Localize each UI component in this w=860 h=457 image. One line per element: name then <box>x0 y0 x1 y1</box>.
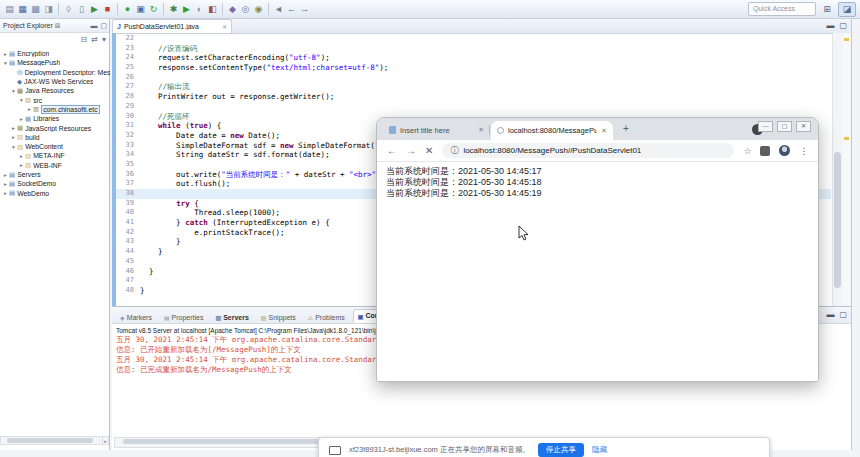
save-all-icon[interactable]: ▩ <box>29 3 42 16</box>
print-icon[interactable]: ◨ <box>42 3 55 16</box>
open-perspective-icon[interactable]: ⊞ <box>818 2 836 17</box>
project-explorer-hscrollbar[interactable] <box>0 436 103 445</box>
stop-sharing-button[interactable]: 停止共享 <box>538 443 584 457</box>
new-java-project-icon[interactable]: ◆ <box>226 3 239 16</box>
tree-item-com-chinasofti-etc[interactable]: ▸▥com.chinasofti.etc <box>0 105 110 114</box>
browser-menu-icon[interactable]: ⋮ <box>799 146 808 156</box>
view-close-icon[interactable]: ⊠ <box>55 22 61 29</box>
minimize-view-icon[interactable]: ▬ <box>90 22 97 30</box>
debug-icon[interactable]: ✱ <box>167 3 180 16</box>
address-bar[interactable]: ⓘ localhost:8080/MessagePush//PushDataSe… <box>442 143 734 158</box>
tree-item-webcontent[interactable]: ▾▨WebContent <box>0 142 110 151</box>
occurrence-marker[interactable] <box>844 137 849 140</box>
minimize-window-icon[interactable]: — <box>758 121 773 132</box>
tree-item-messagepush[interactable]: ▾▤MessagePush <box>0 58 110 67</box>
expander-icon[interactable]: ▾ <box>10 88 17 94</box>
expander-icon[interactable]: ▾ <box>2 60 9 66</box>
link-with-editor-icon[interactable]: ⇄ <box>91 35 98 44</box>
back-icon[interactable]: ← <box>285 3 298 16</box>
browser-tab-inactive[interactable]: Insert title here ✕ <box>385 122 488 138</box>
tab-close-icon[interactable]: ✕ <box>478 126 484 134</box>
console-view-tab-problems[interactable]: ⚠Problems <box>304 312 350 323</box>
scrollbar-right-arrow-icon[interactable]: ▸ <box>102 436 109 445</box>
stop-server-icon[interactable]: ▣ <box>134 3 147 16</box>
expander-icon[interactable]: ▸ <box>2 190 9 196</box>
stop-loading-icon[interactable]: ✕ <box>425 145 433 157</box>
site-info-icon[interactable]: ⓘ <box>450 145 458 156</box>
back-icon[interactable]: ← <box>387 145 397 157</box>
coverage-icon[interactable]: ◧ <box>206 3 219 16</box>
browser-tab-active[interactable]: localhost:8080/MessagePush ✕ <box>491 121 613 140</box>
tree-item-build[interactable]: ▸▨build <box>0 133 110 142</box>
expander-icon[interactable]: ▾ <box>10 144 17 150</box>
expander-icon[interactable]: ▸ <box>2 51 9 57</box>
expander-icon[interactable]: ▸ <box>2 172 9 178</box>
scroll-thumb[interactable] <box>834 152 841 288</box>
close-window-icon[interactable]: ✕ <box>796 121 811 132</box>
profile-icon[interactable]: ◐ <box>193 3 206 16</box>
tree-item-src[interactable]: ▾▨src <box>0 95 110 104</box>
collapse-all-icon[interactable]: ⊟ <box>81 35 88 44</box>
expander-icon[interactable]: ▸ <box>10 125 17 131</box>
occurrence-marker[interactable] <box>844 38 849 41</box>
expander-icon[interactable]: ▸ <box>26 106 33 112</box>
forward-icon[interactable]: → <box>298 3 311 16</box>
last-edit-location-icon[interactable]: ◄ <box>272 3 285 16</box>
tree-item-web-inf[interactable]: ▸▨WEB-INF <box>0 161 110 170</box>
maximize-editor-icon[interactable]: ▢ <box>839 21 847 31</box>
editor-vscrollbar[interactable] <box>832 33 843 306</box>
suspend-icon[interactable]: ▯ <box>75 3 88 16</box>
new-tab-button[interactable]: + <box>620 123 632 135</box>
tab-close-icon[interactable]: ✕ <box>222 23 227 30</box>
restart-server-icon[interactable]: ↻ <box>147 3 160 16</box>
console-view-tab-servers[interactable]: ▥Servers <box>211 312 253 323</box>
expander-icon[interactable]: ▸ <box>18 116 25 122</box>
tree-item-encryption[interactable]: ▸▤Encryption <box>0 49 110 58</box>
tree-item-jax-ws-web-services[interactable]: ◆JAX-WS Web Services <box>0 77 110 86</box>
tree-item-socketdemo[interactable]: ▸▤SocketDemo <box>0 179 110 188</box>
skip-breakpoints-icon[interactable]: ◊ <box>62 3 75 16</box>
maximize-window-icon[interactable]: ▢ <box>777 121 792 132</box>
expander-icon[interactable]: ▸ <box>18 162 25 168</box>
view-menu-icon[interactable]: ▾ <box>102 35 106 44</box>
minimize-console-icon[interactable]: ▬ <box>826 310 834 320</box>
code-text: response.setContentType("text/html;chars… <box>140 63 388 73</box>
java-ee-perspective-icon[interactable]: ◪ <box>838 2 856 17</box>
browser-page-content[interactable]: 当前系统时间是：2021-05-30 14:45:17当前系统时间是：2021-… <box>377 162 818 381</box>
expander-icon[interactable]: ▸ <box>10 134 17 140</box>
maximize-view-icon[interactable]: ▢ <box>100 22 107 30</box>
quick-access-button[interactable]: Quick Access <box>748 2 816 16</box>
maximize-console-icon[interactable]: ▢ <box>839 310 847 320</box>
new-wizard-icon[interactable]: ▤ <box>3 3 16 16</box>
profile-avatar[interactable] <box>779 145 790 156</box>
tree-item-libraries[interactable]: ▸▦Libraries <box>0 114 110 123</box>
console-view-tab-snippets[interactable]: ▧Snippets <box>257 312 301 323</box>
bookmark-star-icon[interactable]: ☆ <box>743 146 751 156</box>
minimize-editor-icon[interactable]: ▬ <box>826 21 834 31</box>
console-view-tab-markers[interactable]: ◈Markers <box>116 312 157 323</box>
tree-item-servers[interactable]: ▸▤Servers <box>0 170 110 179</box>
tree-item-javascript-resources[interactable]: ▸▦JavaScript Resources <box>0 123 110 132</box>
tree-item-webdemo[interactable]: ▸▤WebDemo <box>0 188 110 197</box>
hide-button[interactable]: 隐藏 <box>592 445 607 455</box>
tab-close-icon[interactable]: ✕ <box>601 127 607 135</box>
tree-item-deployment-descriptor-messagepush[interactable]: ◎Deployment Descriptor: MessagePush <box>0 68 110 77</box>
resume-icon[interactable]: ▶ <box>88 3 101 16</box>
extension-icon[interactable] <box>760 146 770 156</box>
terminate-icon[interactable]: ■ <box>101 3 114 16</box>
save-icon[interactable]: ▦ <box>16 3 29 16</box>
forward-icon[interactable]: → <box>406 145 416 157</box>
console-view-tab-properties[interactable]: ▤Properties <box>160 312 209 323</box>
run-icon[interactable]: ▶ <box>180 3 193 16</box>
editor-tab[interactable]: J PushDataServlet01.java ✕ <box>112 19 232 33</box>
expander-icon[interactable]: ▾ <box>18 97 25 103</box>
expander-icon[interactable]: ▸ <box>2 181 9 187</box>
open-type-icon[interactable]: ◎ <box>239 3 252 16</box>
expander-icon[interactable]: ▸ <box>18 153 25 159</box>
project-explorer-tab[interactable]: Project Explorer <box>3 22 53 29</box>
start-server-icon[interactable]: ● <box>121 3 134 16</box>
tree-item-meta-inf[interactable]: ▸▨META-INF <box>0 151 110 160</box>
line-number: 44 <box>116 247 140 257</box>
search-icon[interactable]: ◉ <box>252 3 265 16</box>
tree-item-java-resources[interactable]: ▾▦Java Resources <box>0 86 110 95</box>
